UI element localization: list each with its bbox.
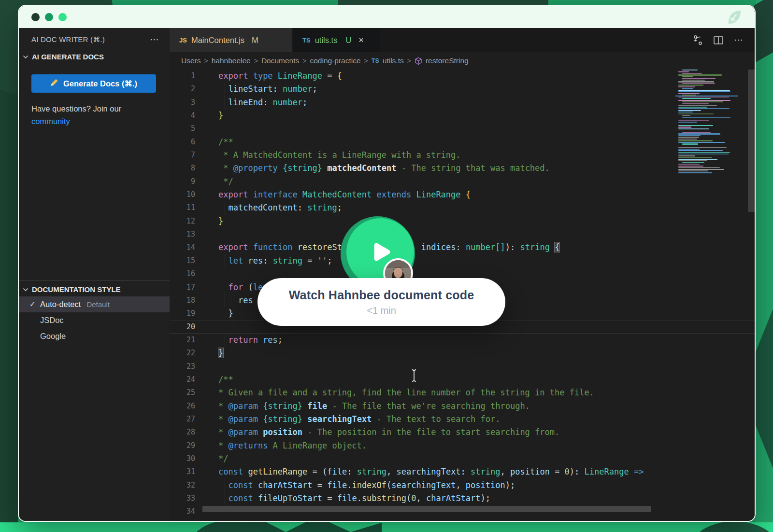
minimap-line xyxy=(678,155,695,156)
code-line: 21 return res; xyxy=(170,334,755,347)
code-line: 1export type LineRange = { xyxy=(170,70,755,83)
minimap-line xyxy=(682,117,730,118)
breadcrumb-item[interactable]: Users xyxy=(181,56,200,65)
minimap-line xyxy=(678,71,689,72)
line-number: 14 xyxy=(170,241,202,254)
code-line: 3 lineEnd: number; xyxy=(170,96,755,109)
line-number: 10 xyxy=(170,188,202,201)
minimap-line xyxy=(678,172,712,173)
split-editor-icon[interactable] xyxy=(714,36,723,44)
check-icon: ✓ xyxy=(29,300,40,308)
line-number: 1 xyxy=(170,70,202,83)
text-cursor-pointer xyxy=(410,369,418,384)
minimap-line xyxy=(678,120,709,121)
code-line: 26* @param {string} file - The file that… xyxy=(170,400,755,413)
tab-maincontent-js[interactable]: JS MainContent.js M xyxy=(170,28,293,52)
tab-utils-ts[interactable]: TS utils.ts U × xyxy=(293,28,380,52)
minimap-line xyxy=(678,167,720,168)
code-line: 15 let res: string = ''; xyxy=(170,254,755,267)
minimap-line xyxy=(678,126,691,127)
code-line: 29* @returns A LineRange object. xyxy=(170,439,755,452)
line-number: 2 xyxy=(170,83,202,96)
minimap[interactable] xyxy=(677,70,736,200)
doc-style-option-jsdoc[interactable]: JSDoc xyxy=(19,312,170,328)
code-line: 11 matchedContent: string; xyxy=(170,201,755,214)
close-tab-icon[interactable]: × xyxy=(358,35,364,45)
line-number: 19 xyxy=(170,307,202,320)
vertical-scrollbar[interactable] xyxy=(748,70,756,212)
code-line: 25* Given a file and a string, find the … xyxy=(170,386,755,399)
breadcrumb-item[interactable]: coding-practice xyxy=(310,56,360,65)
doc-style-option-google[interactable]: Google xyxy=(19,328,170,344)
sidebar-panel-title: AI DOC WRITER (⌘.) xyxy=(31,35,105,44)
doc-style-option-autodetect[interactable]: ✓ Auto-detect Default xyxy=(19,296,170,312)
line-number: 12 xyxy=(170,215,202,228)
breadcrumb-symbol[interactable]: restoreString xyxy=(426,56,469,65)
window-minimize-button[interactable] xyxy=(45,13,53,21)
minimap-line xyxy=(678,81,714,82)
chevron-down-icon xyxy=(23,53,29,61)
doc-style-label: Auto-detect xyxy=(40,300,81,309)
code-line: 14export function restoreString(s: strin… xyxy=(170,241,755,254)
minimap-line xyxy=(678,149,700,150)
line-number: 21 xyxy=(170,334,202,347)
line-number: 18 xyxy=(170,294,202,307)
community-link[interactable]: community xyxy=(31,117,70,126)
line-number: 25 xyxy=(170,386,202,399)
minimap-line xyxy=(678,108,730,109)
minimap-line xyxy=(678,164,700,165)
line-number: 24 xyxy=(170,373,202,386)
breadcrumb-separator: > xyxy=(254,57,258,65)
chevron-down-icon xyxy=(23,285,29,294)
horizontal-scrollbar[interactable] xyxy=(202,506,651,512)
minimap-line xyxy=(678,142,725,143)
watch-video-pill[interactable]: Watch Hahnbee document code <1 min xyxy=(258,278,505,326)
section-documentation-style[interactable]: DOCUMENTATION STYLE xyxy=(19,281,170,295)
line-number: 33 xyxy=(170,492,202,505)
typescript-file-icon: TS xyxy=(302,37,311,44)
video-duration: <1 min xyxy=(367,305,396,316)
minimap-line xyxy=(678,139,697,140)
line-number: 3 xyxy=(170,96,202,109)
line-number: 20 xyxy=(170,321,202,334)
minimap-line xyxy=(682,88,693,89)
line-number: 32 xyxy=(170,479,202,492)
section-label: DOCUMENTATION STYLE xyxy=(32,285,121,294)
generate-docs-button[interactable]: Generate Docs (⌘.) xyxy=(31,74,156,93)
breadcrumb-separator: > xyxy=(302,57,306,65)
pencil-icon xyxy=(50,79,59,88)
sidebar-more-actions-icon[interactable]: ⋯ xyxy=(150,37,160,42)
minimap-line xyxy=(682,143,698,144)
open-changes-icon[interactable] xyxy=(693,35,703,45)
section-ai-generate-docs[interactable]: AI GENERATE DOCS xyxy=(19,48,170,63)
minimap-line xyxy=(678,154,729,154)
editor-more-actions-icon[interactable]: ⋯ xyxy=(734,38,744,42)
line-number: 23 xyxy=(170,360,202,373)
breadcrumb-file[interactable]: utils.ts xyxy=(383,56,404,65)
background-shape xyxy=(754,0,773,64)
breadcrumb-item[interactable]: Documents xyxy=(261,56,299,65)
minimap-line xyxy=(678,105,717,106)
code-line: 7 * A MatchedContent is a LineRange with… xyxy=(170,149,755,162)
minimap-line xyxy=(677,130,736,131)
minimap-line xyxy=(678,125,713,126)
minimap-line xyxy=(678,84,703,85)
code-line: 24/** xyxy=(170,373,755,386)
minimap-line xyxy=(678,90,730,91)
line-number: 29 xyxy=(170,439,202,452)
typescript-file-icon: TS xyxy=(372,57,379,64)
line-number: 6 xyxy=(170,136,202,149)
breadcrumb-item[interactable]: hahnbeelee xyxy=(212,56,251,65)
minimap-line xyxy=(678,133,720,134)
minimap-line xyxy=(682,80,705,81)
line-number: 31 xyxy=(170,465,202,478)
editor-group: JS MainContent.js M TS utils.ts U × xyxy=(170,28,755,522)
minimap-line xyxy=(682,70,698,70)
minimap-line xyxy=(678,137,699,138)
code-line: 32 const charAtStart = file.indexOf(sear… xyxy=(170,479,755,492)
minimap-line xyxy=(678,157,712,158)
window-close-button[interactable] xyxy=(31,13,40,21)
window-zoom-button[interactable] xyxy=(58,13,67,21)
code-line: 8 * @property {string} matchedContent - … xyxy=(170,162,755,175)
minimap-line xyxy=(678,122,697,123)
